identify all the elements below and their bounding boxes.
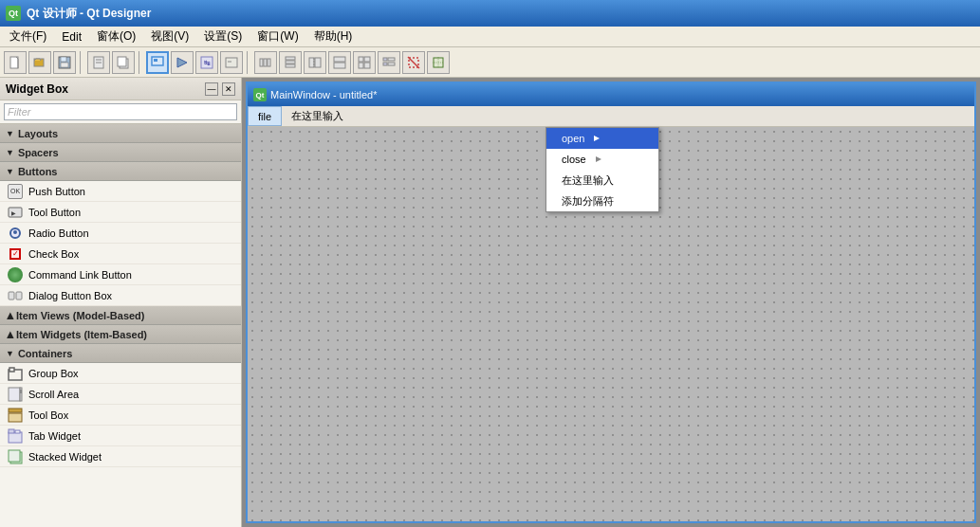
dropdown-add-separator-label: 添加分隔符 bbox=[562, 194, 614, 209]
menu-edit[interactable]: Edit bbox=[54, 28, 89, 45]
toolbar-new[interactable] bbox=[4, 51, 27, 74]
menu-file[interactable]: 文件(F) bbox=[2, 27, 54, 46]
title-bar-text: Qt 设计师 - Qt Designer bbox=[27, 6, 151, 22]
item-views-label: Item Views (Model-Based) bbox=[16, 310, 145, 321]
category-containers[interactable]: ▼ Containers bbox=[0, 344, 241, 363]
group-box-label: Group Box bbox=[28, 368, 79, 379]
menu-help[interactable]: 帮助(H) bbox=[306, 27, 361, 46]
toolbar-buddy[interactable] bbox=[220, 51, 243, 74]
svg-rect-49 bbox=[20, 390, 22, 393]
svg-marker-58 bbox=[596, 156, 601, 162]
menu-bar: 文件(F) Edit 窗体(O) 视图(V) 设置(S) 窗口(W) 帮助(H) bbox=[0, 27, 980, 47]
toolbar-copy[interactable] bbox=[112, 51, 135, 74]
widget-group-box[interactable]: Group Box bbox=[0, 363, 241, 384]
svg-rect-27 bbox=[334, 63, 345, 68]
svg-rect-53 bbox=[9, 429, 14, 433]
widget-stacked-widget[interactable]: Stacked Widget bbox=[0, 446, 241, 467]
toolbar-save[interactable] bbox=[53, 51, 76, 74]
tool-box-icon bbox=[8, 408, 23, 423]
toolbar-signal[interactable] bbox=[171, 51, 194, 74]
toolbar-layout-grid[interactable] bbox=[353, 51, 376, 74]
toolbar-sep-1 bbox=[80, 51, 83, 74]
stacked-widget-icon bbox=[8, 449, 23, 464]
svg-rect-15 bbox=[226, 58, 237, 67]
toolbar: ↹ bbox=[0, 47, 980, 78]
toolbar-layout-form[interactable] bbox=[378, 51, 400, 74]
widget-box-pin[interactable]: — bbox=[205, 82, 218, 96]
dropdown-close-label: close bbox=[562, 154, 586, 165]
mw-menu-file[interactable]: file bbox=[248, 106, 282, 126]
toolbar-layout-h[interactable] bbox=[254, 51, 277, 74]
menu-window[interactable]: 窗口(W) bbox=[250, 27, 305, 46]
svg-rect-34 bbox=[383, 63, 387, 65]
item-views-arrow: ▶ bbox=[5, 312, 14, 318]
widget-list: ▼ Layouts ▼ Spacers ▼ Buttons OK Push Bu… bbox=[0, 124, 241, 527]
widget-tab-widget[interactable]: Tab Widget bbox=[0, 426, 241, 446]
toolbar-break-layout[interactable] bbox=[402, 51, 425, 74]
push-button-icon: OK bbox=[8, 184, 23, 199]
widget-tool-button[interactable]: ▶ Tool Button bbox=[0, 202, 241, 223]
widget-check-box[interactable]: Check Box bbox=[0, 244, 241, 264]
menu-window-form[interactable]: 窗体(O) bbox=[89, 27, 143, 46]
svg-rect-50 bbox=[9, 409, 22, 412]
dropdown-open-label: open bbox=[562, 133, 584, 144]
main-content: Widget Box — ✕ ▼ Layouts ▼ Spacers ▼ bbox=[0, 78, 980, 527]
widget-tool-box[interactable]: Tool Box bbox=[0, 405, 241, 426]
group-box-icon bbox=[8, 366, 23, 381]
spacers-label: Spacers bbox=[18, 147, 59, 158]
widget-radio-button[interactable]: Radio Button bbox=[0, 223, 241, 244]
widget-scroll-area[interactable]: Scroll Area bbox=[0, 384, 241, 405]
dropdown-item-open[interactable]: open bbox=[546, 128, 658, 149]
svg-marker-12 bbox=[177, 58, 187, 67]
category-buttons[interactable]: ▼ Buttons bbox=[0, 162, 241, 181]
toolbar-widget-editor[interactable] bbox=[146, 51, 169, 74]
toolbar-open[interactable] bbox=[28, 51, 51, 74]
svg-text:▶: ▶ bbox=[11, 210, 16, 216]
toolbar-layout-v[interactable] bbox=[279, 51, 302, 74]
app-icon: Qt bbox=[6, 6, 21, 21]
widget-box-close[interactable]: ✕ bbox=[222, 82, 235, 96]
svg-rect-18 bbox=[264, 59, 267, 66]
category-item-views[interactable]: ▶ Item Views (Model-Based) bbox=[0, 306, 241, 325]
category-item-widgets[interactable]: ▶ Item Widgets (Item-Based) bbox=[0, 325, 241, 344]
svg-rect-35 bbox=[388, 63, 395, 65]
widget-box-title: Widget Box bbox=[6, 82, 68, 96]
toolbar-tab-order[interactable]: ↹ bbox=[195, 51, 218, 74]
widget-box-header: Widget Box — ✕ bbox=[0, 78, 241, 100]
toolbar-sep-3 bbox=[247, 51, 250, 74]
svg-rect-9 bbox=[118, 57, 126, 66]
stacked-widget-label: Stacked Widget bbox=[28, 451, 102, 463]
svg-rect-11 bbox=[154, 59, 157, 62]
scroll-area-icon bbox=[8, 387, 23, 402]
dropdown-item-add-separator[interactable]: 添加分隔符 bbox=[546, 191, 658, 211]
category-layouts[interactable]: ▼ Layouts bbox=[0, 124, 241, 143]
toolbar-cut[interactable] bbox=[87, 51, 110, 74]
category-spacers[interactable]: ▼ Spacers bbox=[0, 143, 241, 162]
svg-rect-43 bbox=[9, 292, 14, 300]
menu-settings[interactable]: 设置(S) bbox=[196, 27, 250, 46]
svg-rect-17 bbox=[260, 59, 263, 66]
title-bar: Qt Qt 设计师 - Qt Designer bbox=[0, 0, 980, 27]
menu-view[interactable]: 视图(V) bbox=[143, 27, 196, 46]
buttons-arrow: ▼ bbox=[6, 167, 14, 176]
svg-rect-20 bbox=[286, 57, 295, 60]
dropdown-item-type-here[interactable]: 在这里输入 bbox=[546, 170, 658, 191]
toolbar-layout-split-h[interactable] bbox=[304, 51, 326, 74]
svg-rect-29 bbox=[364, 57, 370, 62]
dropdown-item-close[interactable]: close bbox=[546, 149, 658, 170]
mw-menu-type-here[interactable]: 在这里输入 bbox=[282, 106, 353, 126]
svg-text:↹: ↹ bbox=[204, 59, 211, 67]
widget-box-controls: — ✕ bbox=[205, 82, 235, 96]
tool-button-label: Tool Button bbox=[28, 207, 81, 218]
widget-command-link[interactable]: Command Link Button bbox=[0, 264, 241, 285]
tab-widget-label: Tab Widget bbox=[28, 430, 81, 442]
toolbar-layout-split-v[interactable] bbox=[328, 51, 351, 74]
svg-rect-3 bbox=[61, 57, 66, 62]
widget-dialog-button-box[interactable]: Dialog Button Box bbox=[0, 285, 241, 306]
widget-push-button[interactable]: OK Push Button bbox=[0, 181, 241, 202]
toolbar-adjust-size[interactable] bbox=[427, 51, 450, 74]
svg-rect-0 bbox=[10, 57, 18, 68]
dropdown-menu: open close 在这里输入 添加分隔符 bbox=[545, 127, 659, 212]
filter-input[interactable] bbox=[4, 103, 237, 120]
mw-app-icon: Qt bbox=[253, 88, 267, 101]
